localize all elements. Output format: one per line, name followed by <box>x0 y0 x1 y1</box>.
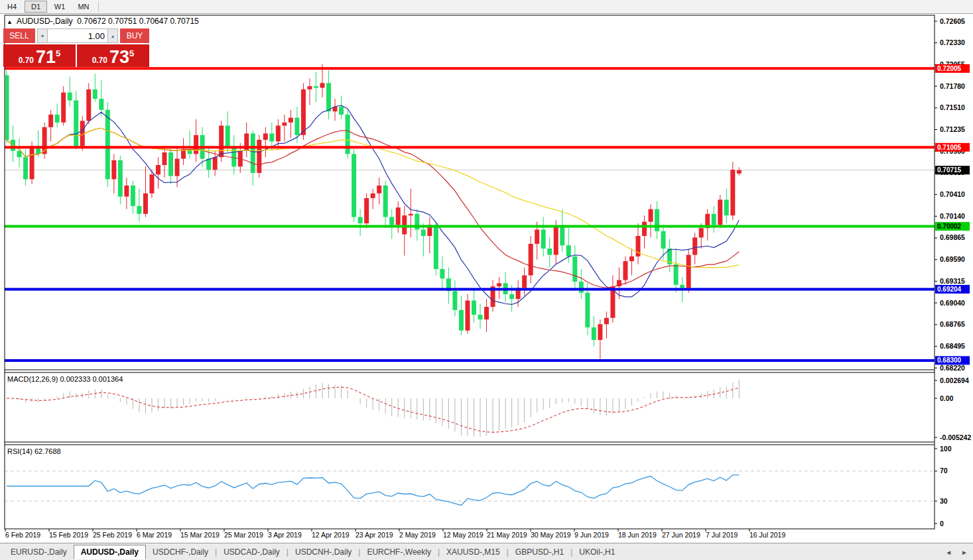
svg-text:0.68495: 0.68495 <box>940 342 965 350</box>
svg-text:100: 100 <box>940 445 952 453</box>
svg-text:27 Jun 2019: 27 Jun 2019 <box>662 531 700 539</box>
timeframe-d1-button[interactable]: D1 <box>25 1 47 13</box>
svg-text:23 Apr 2019: 23 Apr 2019 <box>356 531 393 539</box>
svg-text:6 Feb 2019: 6 Feb 2019 <box>5 531 40 539</box>
svg-text:25 Mar 2019: 25 Mar 2019 <box>224 531 263 539</box>
rsi-pane-label: RSI(14) 62.7688 <box>7 447 61 455</box>
svg-text:12 May 2019: 12 May 2019 <box>443 531 484 539</box>
tab-eurusd-daily[interactable]: EURUSD-,Daily <box>4 545 74 559</box>
volume-increase-button[interactable]: ▲ <box>107 28 118 43</box>
svg-text:0.72005: 0.72005 <box>937 65 962 72</box>
tab-usdcnh-daily[interactable]: USDCNH-,Daily <box>289 545 358 559</box>
svg-text:6 Mar 2019: 6 Mar 2019 <box>137 531 172 539</box>
svg-text:3 Apr 2019: 3 Apr 2019 <box>268 531 302 539</box>
tab-ukoil-h1[interactable]: UKOil-,H1 <box>572 545 621 559</box>
svg-text:21 May 2019: 21 May 2019 <box>487 531 527 539</box>
svg-text:0.68220: 0.68220 <box>940 364 965 372</box>
buy-price-small: 0.70 <box>92 56 107 65</box>
svg-text:18 Jun 2019: 18 Jun 2019 <box>618 531 657 539</box>
tabs-scroll-left-icon[interactable]: ◄ <box>945 549 952 556</box>
svg-text:-0.005242: -0.005242 <box>940 433 971 441</box>
tab-usdchf-daily[interactable]: USDCHF-,Daily <box>146 545 215 559</box>
tab-audusd-daily[interactable]: AUDUSD-,Daily <box>74 545 146 559</box>
svg-text:0.00: 0.00 <box>940 394 954 402</box>
tab-eurchf-weekly[interactable]: EURCHF-,Weekly <box>360 545 437 559</box>
svg-text:25 Feb 2019: 25 Feb 2019 <box>93 531 132 539</box>
sell-price-display[interactable]: 0.70 71 5 <box>3 44 76 67</box>
ohlc-values: 0.70672 0.70751 0.70647 0.70715 <box>77 17 199 26</box>
price-chart-svg: 0.726050.723300.720550.717800.715100.712… <box>0 14 973 543</box>
svg-text:0: 0 <box>940 520 944 528</box>
svg-text:0.002694: 0.002694 <box>940 376 969 384</box>
tab-xauusd-m15[interactable]: XAUUSD-,M15 <box>440 545 507 559</box>
macd-pane-label: MACD(12,26,9) 0.002333 0.001364 <box>7 375 123 383</box>
svg-text:30 May 2019: 30 May 2019 <box>531 531 571 539</box>
svg-text:0.69204: 0.69204 <box>937 286 962 293</box>
quote-bar: ▲AUDUSD-,Daily 0.70672 0.70751 0.70647 0… <box>7 17 199 26</box>
timeframe-h4-button[interactable]: H4 <box>1 1 23 13</box>
volume-decrease-button[interactable]: ▼ <box>37 28 48 43</box>
sell-button[interactable]: SELL <box>3 28 35 43</box>
svg-text:7 Jul 2019: 7 Jul 2019 <box>706 531 738 539</box>
svg-text:15 Feb 2019: 15 Feb 2019 <box>49 531 88 539</box>
tabs-scroll-right-icon[interactable]: ► <box>961 549 968 556</box>
svg-text:30: 30 <box>940 497 948 505</box>
svg-text:70: 70 <box>940 467 948 475</box>
chart-tabbar: EURUSD-,Daily AUDUSD-,Daily USDCHF-,Dail… <box>0 543 973 560</box>
svg-text:0.71005: 0.71005 <box>937 144 962 151</box>
timeframe-toolbar: H4 D1 W1 MN <box>0 0 973 14</box>
svg-text:0.69865: 0.69865 <box>940 233 965 241</box>
collapse-panel-icon[interactable]: ▲ <box>7 19 13 25</box>
sell-price-small: 0.70 <box>19 56 34 65</box>
symbol-title: AUDUSD-,Daily <box>17 17 73 26</box>
svg-text:16 Jul 2019: 16 Jul 2019 <box>749 531 785 539</box>
volume-input[interactable] <box>48 28 107 43</box>
buy-price-big: 73 <box>109 49 129 65</box>
sell-price-big: 71 <box>36 49 56 65</box>
svg-text:0.68765: 0.68765 <box>940 320 965 328</box>
svg-text:0.68300: 0.68300 <box>937 357 962 364</box>
svg-text:0.72605: 0.72605 <box>940 17 965 25</box>
sell-price-sup: 5 <box>56 48 60 58</box>
buy-button[interactable]: BUY <box>120 28 149 43</box>
mt4-window: { "toolbar": { "buttons": [ {"label": "H… <box>0 0 973 560</box>
svg-text:0.71510: 0.71510 <box>940 103 965 111</box>
svg-text:0.71780: 0.71780 <box>940 82 965 90</box>
svg-text:0.69315: 0.69315 <box>940 277 965 285</box>
timeframe-w1-button[interactable]: W1 <box>48 1 71 13</box>
svg-text:0.71235: 0.71235 <box>940 125 965 133</box>
tab-usdcad-daily[interactable]: USDCAD-,Daily <box>217 545 287 559</box>
svg-text:0.72330: 0.72330 <box>940 38 965 46</box>
svg-text:0.70410: 0.70410 <box>940 190 965 198</box>
svg-text:9 Jun 2019: 9 Jun 2019 <box>574 531 609 539</box>
svg-text:0.70140: 0.70140 <box>940 212 965 220</box>
tab-gbpusd-h1[interactable]: GBPUSD-,H1 <box>509 545 570 559</box>
chart-canvas[interactable]: 0.726050.723300.720550.717800.715100.712… <box>0 14 973 543</box>
timeframe-mn-button[interactable]: MN <box>72 1 95 13</box>
svg-text:12 Apr 2019: 12 Apr 2019 <box>312 531 350 539</box>
svg-text:0.70715: 0.70715 <box>937 166 962 174</box>
one-click-trading-panel: SELL ▼ ▲ BUY 0.70 71 5 0.70 73 5 <box>3 28 151 67</box>
svg-text:15 Mar 2019: 15 Mar 2019 <box>180 531 220 539</box>
svg-text:2 May 2019: 2 May 2019 <box>399 531 436 539</box>
toolbar-separator <box>98 1 99 12</box>
svg-text:0.70002: 0.70002 <box>937 223 962 230</box>
svg-text:0.69590: 0.69590 <box>940 255 965 263</box>
svg-text:0.69040: 0.69040 <box>940 299 965 307</box>
buy-price-sup: 5 <box>129 48 134 58</box>
buy-price-display[interactable]: 0.70 73 5 <box>77 44 149 67</box>
